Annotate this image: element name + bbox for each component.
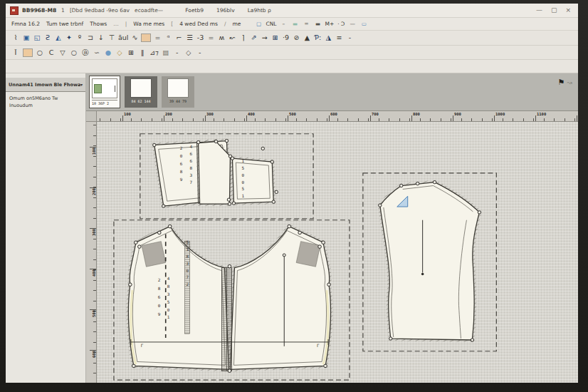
table-icon[interactable]: ⊞	[271, 33, 279, 43]
maximize-button[interactable]: ▢	[551, 7, 557, 14]
mountain-icon[interactable]: ▲	[303, 33, 311, 43]
open-rect-icon[interactable]: ⊐	[86, 33, 95, 43]
equals2-icon[interactable]: =	[206, 33, 215, 43]
circled-a-icon[interactable]: ⓐ	[81, 48, 90, 57]
cnl-icon[interactable]: CNL	[266, 19, 276, 29]
double-bar-icon[interactable]: ═	[302, 19, 310, 29]
kite-icon[interactable]: ◇	[184, 48, 193, 57]
pattern-group-bodice-back[interactable]	[363, 173, 496, 351]
chevron-down-icon[interactable]: ▾	[80, 82, 83, 87]
pattern-group-bodice-front[interactable]	[114, 220, 350, 380]
pennant-icon[interactable]: ⊿⁊	[149, 48, 159, 57]
divider	[92, 100, 117, 100]
tee-icon[interactable]: ⊤	[107, 33, 116, 43]
menu-item[interactable]: Tum twe trbnf	[46, 21, 83, 27]
menu-item[interactable]: Fmna 16.2	[11, 21, 40, 27]
dot-nine-icon[interactable]: ·9	[281, 33, 290, 43]
ruler-tick	[93, 197, 96, 198]
title-segment: [Dbd 9edbad -9eo 6av	[70, 7, 130, 14]
dash-icon[interactable]: –	[279, 19, 288, 29]
thumbnail-preview	[92, 78, 117, 98]
dash-b1-icon[interactable]: -	[173, 48, 182, 57]
ruler-tick	[93, 290, 96, 291]
menu-item[interactable]: me	[233, 21, 241, 27]
point-icon[interactable]: º	[75, 33, 84, 43]
p-colon-icon[interactable]: Ƥ:	[313, 33, 322, 43]
hamburger-icon[interactable]: ≡	[335, 33, 343, 43]
piece-thumbnail[interactable]: 394479	[162, 76, 194, 108]
arc-icon[interactable]: C	[47, 48, 56, 57]
menu-item[interactable]: Wa me mes	[133, 21, 164, 27]
title-menu-word[interactable]: Foetb9	[185, 7, 204, 14]
ruler-tick	[306, 118, 307, 121]
menu-item[interactable]: Thows	[90, 21, 107, 27]
grid-icon[interactable]: ⊞	[127, 48, 135, 57]
flag-icon[interactable]: ⚑	[558, 78, 565, 87]
orange-swatch-icon[interactable]	[141, 33, 151, 42]
sidebar-header-label: Unnam41 Imown Ble Fhowas	[9, 82, 80, 88]
window-title: BB9968-M81[Dbd 9edbad -9eo 6avecoadfte—	[22, 7, 163, 14]
piece-thumbnail[interactable]: 8462144	[125, 76, 157, 108]
pattern-canvas[interactable]: 20689466837150051286094835015183072ΓΓ	[97, 122, 578, 383]
ruler-label: 400	[93, 269, 97, 277]
measurement-annotation: 5	[241, 186, 244, 191]
title-menu-word[interactable]: La9htb ρ	[248, 7, 271, 14]
ruler-tick	[93, 373, 96, 373]
swoosh-icon[interactable]: ↜	[228, 33, 236, 43]
blue-rect-icon[interactable]: ▭	[359, 19, 368, 29]
alpha-icon[interactable]: ᵅ	[164, 33, 172, 43]
ruler-i-icon[interactable]: Ῑ	[11, 48, 20, 57]
pointer-icon[interactable]: ⌇	[11, 33, 20, 43]
wave-icon[interactable]: ∿	[130, 33, 139, 43]
thumbnail-label: 84	[131, 100, 135, 103]
fabric-swatch-icon[interactable]	[23, 48, 33, 57]
arrow-down-icon[interactable]: ↓	[97, 33, 105, 43]
export-icon[interactable]: ⇗	[249, 33, 258, 43]
piece-thumbnail[interactable]: 1036P2	[89, 76, 120, 108]
triangle-ruler-icon[interactable]: ◭	[54, 33, 63, 43]
bracket-icon[interactable]: ⌉	[238, 33, 247, 43]
dot-c-icon[interactable]: · Ͻ	[337, 19, 345, 29]
toolbar-empty-strip	[6, 60, 578, 73]
teal-bar-icon[interactable]: ▬	[290, 19, 299, 29]
title-segment: 1	[61, 7, 65, 14]
ruler-tick	[93, 321, 96, 322]
m-plus-icon[interactable]: M+	[325, 19, 334, 29]
thumbnail-label: 44	[176, 100, 180, 103]
gem-icon[interactable]: ✦	[65, 33, 73, 43]
ruler-major-tick	[122, 115, 123, 121]
arrow-right-icon[interactable]: →	[260, 33, 268, 43]
dash-a-icon[interactable]: -	[345, 33, 354, 43]
curve-tool-icon[interactable]: Ƨ	[43, 33, 52, 43]
panel-icon[interactable]: ▤	[162, 48, 170, 57]
squiggle-icon[interactable]: ∽	[93, 48, 101, 57]
circle-icon[interactable]: ○	[36, 48, 44, 57]
square-select-icon[interactable]: ◱	[33, 33, 41, 43]
title-menu-word[interactable]: 196blv	[216, 7, 235, 14]
triangle-down-icon[interactable]: ▽	[58, 48, 67, 57]
corner-icon[interactable]: ⌐	[174, 33, 183, 43]
filled-square-icon[interactable]: ▣	[22, 33, 31, 43]
minimize-button[interactable]: —	[536, 7, 542, 14]
lines-icon[interactable]: ☰	[185, 33, 194, 43]
parallel-icon[interactable]: ‖	[138, 48, 147, 57]
dash-b2-icon[interactable]: -	[196, 48, 204, 57]
pattern-group-yoke[interactable]	[140, 134, 313, 219]
text-tool-icon[interactable]: āul	[118, 33, 128, 43]
bold-dash-icon[interactable]: ▬	[313, 19, 322, 29]
minus-three-icon[interactable]: -3	[196, 33, 204, 43]
blue-ellipse-icon[interactable]: ●	[104, 48, 112, 57]
slash-circle-icon[interactable]: ⊘	[292, 33, 300, 43]
blue-box-icon[interactable]: ▢	[254, 19, 263, 29]
ellipse-icon[interactable]: ○	[70, 48, 78, 57]
long-dash-icon[interactable]: —	[348, 19, 357, 29]
yoke-piece-middle[interactable]	[199, 142, 231, 205]
equals-icon[interactable]: =	[153, 33, 162, 43]
flag-angle-icon[interactable]: ◮	[324, 33, 332, 43]
bodice-back-piece[interactable]	[380, 182, 480, 340]
gold-diamond-icon[interactable]: ◇	[115, 48, 124, 57]
menu-item[interactable]: 4 wed Ded ms	[179, 21, 218, 27]
w-icon[interactable]: ʍ	[217, 33, 226, 43]
sidebar-header[interactable]: Unnam41 Imown Ble Fhowas ▾	[6, 77, 85, 92]
close-button[interactable]: ×	[565, 7, 571, 14]
